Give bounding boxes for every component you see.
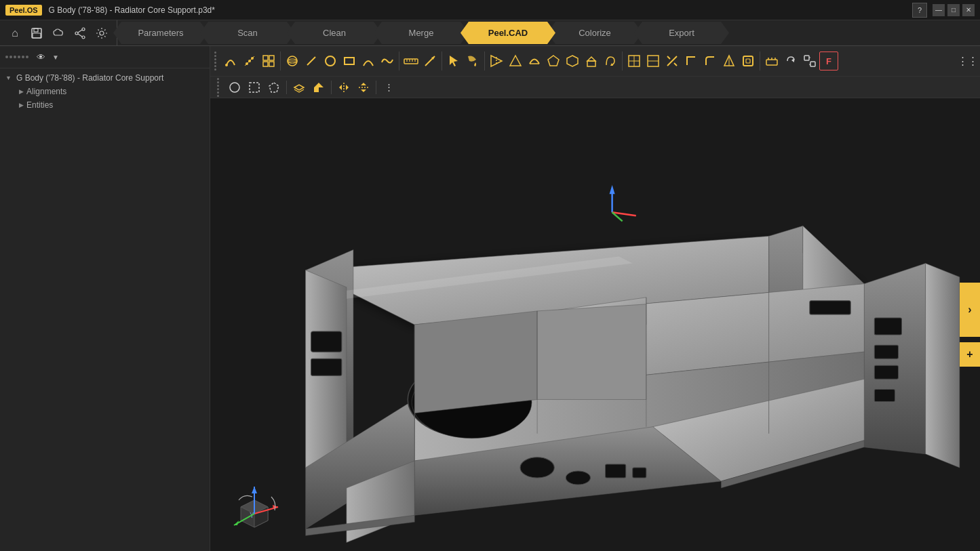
tool-trim-button[interactable] — [663, 52, 682, 70]
tool-cut1-button[interactable] — [487, 52, 506, 70]
svg-line-7 — [78, 34, 82, 37]
tool-fusion-button[interactable] — [800, 52, 819, 70]
layers-button[interactable] — [290, 79, 308, 96]
tool-spline-button[interactable] — [378, 52, 397, 70]
select-poly-button[interactable] — [265, 79, 283, 96]
nav-tabs: ⌂ Parameters Scan Clean Merge Peel.CAD C… — [0, 20, 980, 46]
tool-revolve-button[interactable] — [601, 52, 620, 70]
svg-marker-54 — [791, 58, 794, 62]
tool-paint-button[interactable] — [463, 52, 482, 70]
svg-marker-37 — [567, 56, 578, 66]
share-button[interactable] — [71, 24, 90, 43]
collapse-button[interactable]: ▼ — [50, 52, 61, 62]
tool-corner-button[interactable] — [682, 52, 701, 70]
tab-scan[interactable]: Scan — [200, 22, 295, 44]
svg-rect-94 — [874, 389, 895, 401]
tool-ruler-button[interactable] — [401, 52, 420, 70]
svg-marker-67 — [361, 83, 366, 85]
tree-item-root[interactable]: ▼ G Body ('78-'88) - Radiator Core Suppo… — [0, 71, 210, 85]
tool-surface-button[interactable] — [544, 52, 563, 70]
toolbar-more-button[interactable]: ⋮⋮ — [958, 52, 977, 70]
maximize-button[interactable]: □ — [947, 4, 960, 16]
help-button[interactable]: ? — [912, 3, 927, 18]
svg-marker-65 — [346, 85, 349, 90]
more-options-button[interactable]: ⋮ — [380, 79, 397, 96]
svg-marker-68 — [361, 89, 366, 92]
tool-rectangle-button[interactable] — [340, 52, 359, 70]
select-none-button[interactable] — [226, 79, 243, 96]
close-button[interactable]: ✕ — [962, 4, 975, 16]
expand-panel-button[interactable]: › — [960, 283, 980, 337]
tool-f360-button[interactable]: F — [819, 52, 838, 70]
settings-button[interactable] — [92, 24, 111, 43]
selection-toolbar: ⋮ — [210, 77, 980, 98]
tool-fillet-button[interactable] — [701, 52, 720, 70]
tool-circle-button[interactable] — [321, 52, 340, 70]
svg-marker-117 — [252, 487, 257, 493]
svg-point-8 — [100, 31, 104, 35]
tab-export[interactable]: Export — [634, 22, 729, 44]
svg-rect-91 — [874, 318, 901, 335]
tool-mesh2-button[interactable] — [563, 52, 582, 70]
tab-peel-cad[interactable]: Peel.CAD — [460, 22, 555, 44]
svg-rect-2 — [33, 33, 41, 38]
separator — [280, 52, 281, 70]
tool-arc2-button[interactable] — [359, 52, 378, 70]
move-up-button[interactable] — [310, 79, 328, 96]
tool-arc3-button[interactable] — [525, 52, 544, 70]
svg-marker-64 — [339, 85, 342, 90]
window-controls: — □ ✕ — [933, 4, 975, 16]
drag-handle — [5, 56, 28, 58]
tree-item-alignments[interactable]: ▶ Alignments — [0, 85, 210, 98]
separator — [376, 81, 376, 94]
tab-clean[interactable]: Clean — [287, 22, 382, 44]
tool-draft-button[interactable] — [720, 52, 739, 70]
flip-v-button[interactable] — [355, 79, 372, 96]
separator — [484, 52, 485, 70]
selection-drag-handle — [216, 75, 224, 100]
svg-rect-85 — [311, 331, 342, 352]
tool-rotate2-button[interactable] — [781, 52, 800, 70]
tool-extrude-button[interactable] — [582, 52, 601, 70]
tool-arc-button[interactable] — [221, 52, 240, 70]
tool-mesh4-button[interactable] — [644, 52, 663, 70]
svg-line-6 — [78, 30, 82, 33]
tool-sphere-button[interactable] — [283, 52, 302, 70]
svg-marker-34 — [510, 56, 521, 66]
tool-grid-button[interactable] — [259, 52, 278, 70]
add-entity-button[interactable]: + — [960, 342, 980, 367]
tab-parameters[interactable]: Parameters — [113, 22, 208, 44]
svg-marker-97 — [414, 311, 537, 413]
chevron-down-icon: ▼ — [5, 75, 14, 81]
separator — [442, 52, 442, 70]
tool-line-button[interactable] — [302, 52, 321, 70]
tool-shell-button[interactable] — [739, 52, 758, 70]
chevron-right-icon: ▶ — [19, 88, 24, 95]
tab-merge[interactable]: Merge — [374, 22, 469, 44]
cloud-save-button[interactable] — [49, 24, 68, 43]
tool-cursor-button[interactable] — [444, 52, 463, 70]
tool-tri-button[interactable] — [506, 52, 525, 70]
tool-point-button[interactable] — [240, 52, 259, 70]
toolbar-row-1: F ⋮⋮ — [213, 47, 977, 75]
svg-rect-23 — [345, 58, 354, 64]
select-rect-button[interactable] — [246, 79, 263, 96]
svg-point-4 — [82, 36, 85, 39]
flip-h-button[interactable] — [335, 79, 353, 96]
content-area: F ⋮⋮ — [210, 46, 980, 551]
svg-rect-56 — [810, 62, 815, 66]
tool-mesh3-button[interactable] — [625, 52, 644, 70]
tool-measure-button[interactable] — [762, 52, 781, 70]
save-button[interactable] — [27, 24, 46, 43]
minimize-button[interactable]: — — [933, 4, 945, 16]
tool-arrow-button[interactable] — [420, 52, 439, 70]
svg-point-3 — [82, 28, 85, 30]
svg-rect-60 — [250, 83, 259, 92]
tree-item-entities[interactable]: ▶ Entities — [0, 98, 210, 112]
tab-colorize[interactable]: Colorize — [547, 22, 642, 44]
home-button[interactable]: ⌂ — [5, 24, 24, 43]
svg-point-5 — [75, 32, 78, 35]
visibility-toggle[interactable]: 👁 — [34, 50, 47, 64]
sidebar-tree: ▼ G Body ('78-'88) - Radiator Core Suppo… — [0, 68, 210, 551]
3d-viewport[interactable]: Y › — [210, 98, 980, 551]
